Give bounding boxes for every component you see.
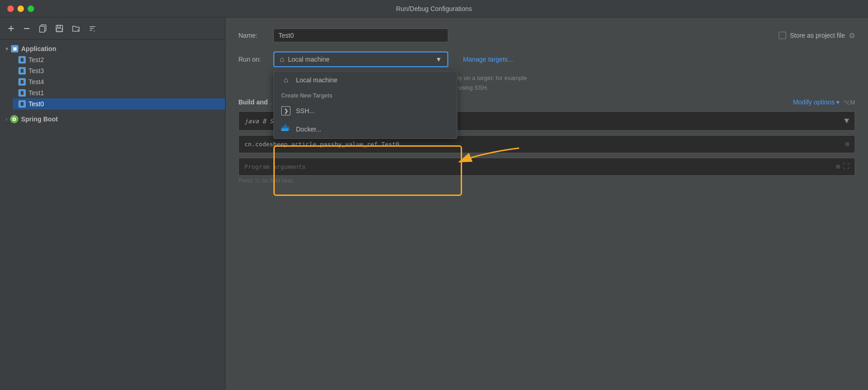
sidebar-item-test1[interactable]: Test1 (13, 87, 225, 98)
svg-rect-21 (21, 91, 23, 95)
manage-targets-link[interactable]: Manage targets... (463, 56, 513, 63)
description-line1: locally on a target: for example (446, 75, 527, 81)
modify-options-shortcut: ⌥M (843, 99, 855, 106)
modify-options-label: Modify options (793, 98, 834, 106)
sidebar-item-test2[interactable]: Test2 (13, 54, 225, 65)
window-title: Run/Debug Configurations (396, 5, 472, 12)
run-icon-test2 (18, 56, 26, 63)
sort-config-button[interactable]: a (87, 23, 98, 34)
test4-label: Test4 (29, 78, 44, 86)
home-icon: ⌂ (281, 76, 290, 84)
test3-label: Test3 (29, 67, 44, 75)
docker-label: Docker... (296, 126, 321, 133)
title-bar: Run/Debug Configurations (0, 0, 868, 17)
spring-icon: ✿ (10, 115, 18, 123)
run-on-value: Local machine (288, 56, 330, 63)
sidebar-item-spring-boot[interactable]: › ✿ Spring Boot (0, 113, 225, 125)
svg-rect-6 (58, 25, 60, 28)
dropdown-selected-value: ⌂ Local machine (280, 55, 330, 63)
dropdown-item-local-machine[interactable]: ⌂ Local machine (274, 71, 457, 89)
remove-config-button[interactable] (21, 24, 32, 33)
application-subitems: Test2 Test3 Test4 (0, 54, 225, 109)
run-on-row: Run on: ⌂ Local machine ▼ Manage targets… (238, 52, 855, 67)
chevron-down-icon: ▾ (836, 98, 839, 106)
edit-icon: ⊞ (836, 163, 840, 171)
chevron-down-icon: ▼ (844, 116, 849, 126)
chevron-down-icon: ▼ (435, 56, 442, 63)
minimize-button[interactable] (17, 6, 24, 12)
run-on-label: Run on: (238, 56, 266, 63)
run-on-section: Run on: ⌂ Local machine ▼ Manage targets… (238, 52, 855, 71)
application-label: Application (21, 45, 56, 52)
close-button[interactable] (7, 6, 14, 12)
modify-options-button[interactable]: Modify options ▾ ⌥M (793, 98, 855, 106)
ssh-label: SSH... (296, 107, 314, 115)
svg-rect-15 (21, 58, 23, 62)
svg-rect-7 (57, 29, 62, 31)
left-panel: a ▾ ▣ Application Test2 (0, 17, 226, 390)
gear-icon[interactable]: ⚙ (849, 31, 855, 40)
expand-icon: ⛶ (843, 163, 849, 171)
window-controls (7, 6, 34, 12)
svg-rect-4 (40, 26, 45, 32)
svg-rect-28 (284, 125, 286, 127)
ssh-icon: ❯ (281, 106, 290, 115)
docker-icon (281, 125, 290, 134)
build-title: Build and ... (238, 98, 275, 106)
chevron-right-icon: › (6, 116, 7, 122)
main-layout: a ▾ ▣ Application Test2 (0, 17, 868, 390)
local-machine-label: Local machine (296, 76, 337, 84)
spring-boot-label: Spring Boot (21, 115, 58, 123)
run-icon-test0 (18, 100, 26, 108)
main-class-value: cn.codesheep.article.passby_value_ref.Te… (244, 141, 399, 148)
svg-rect-19 (21, 80, 23, 84)
program-args-placeholder: Program arguments (244, 163, 306, 170)
run-icon-test4 (18, 78, 26, 86)
name-input[interactable] (273, 29, 448, 42)
maximize-button[interactable] (28, 6, 34, 12)
svg-rect-17 (21, 69, 23, 73)
name-section: Name: Store as project file ⚙ (238, 29, 855, 42)
name-label: Name: (238, 32, 266, 39)
test2-label: Test2 (29, 56, 44, 63)
sidebar-item-test3[interactable]: Test3 (13, 65, 225, 76)
edit-icon: ⊞ (845, 140, 849, 148)
run-on-dropdown-menu: ⌂ Local machine Create New Targets ❯ SSH… (273, 71, 457, 139)
dropdown-item-ssh[interactable]: ❯ SSH... (274, 102, 457, 120)
svg-rect-23 (21, 102, 23, 106)
run-on-dropdown[interactable]: ⌂ Local machine ▼ (273, 52, 448, 67)
application-icon: ▣ (11, 45, 18, 52)
hint-text: Press ⌥ for field hints (238, 178, 855, 184)
store-project-section: Store as project file ⚙ (779, 31, 855, 40)
store-project-checkbox[interactable] (779, 32, 786, 39)
dropdown-item-docker[interactable]: Docker... (274, 120, 457, 138)
folder-config-button[interactable] (70, 23, 82, 34)
create-new-targets-label: Create New Targets (281, 92, 332, 99)
save-config-button[interactable] (53, 23, 65, 34)
run-on-description: locally on a target: for example host us… (446, 74, 527, 93)
left-toolbar: a (0, 17, 225, 40)
run-icon-test3 (18, 67, 26, 75)
run-icon-test1 (18, 89, 26, 97)
chevron-down-icon: ▾ (6, 46, 8, 52)
test0-label: Test0 (29, 100, 44, 108)
sidebar-item-test4[interactable]: Test4 (13, 76, 225, 87)
name-input-group: Name: (238, 29, 448, 42)
svg-text:a: a (93, 29, 95, 33)
dropdown-section-new-targets: Create New Targets (274, 89, 457, 102)
right-panel: Name: Store as project file ⚙ Run on: ⌂ … (226, 17, 868, 390)
copy-config-button[interactable] (37, 23, 49, 34)
program-args-field[interactable]: Program arguments ⊞ ⛶ (238, 158, 855, 176)
sidebar-item-application[interactable]: ▾ ▣ Application (0, 43, 225, 54)
add-config-button[interactable] (6, 24, 17, 33)
test1-label: Test1 (29, 89, 44, 97)
home-icon: ⌂ (280, 55, 284, 63)
main-class-icons: ⊞ (845, 140, 849, 148)
sidebar-item-test0[interactable]: Test0 (13, 98, 225, 109)
store-project-label: Store as project file (790, 32, 845, 39)
config-tree: ▾ ▣ Application Test2 Test3 (0, 40, 225, 390)
program-args-icons: ⊞ ⛶ (836, 163, 849, 171)
